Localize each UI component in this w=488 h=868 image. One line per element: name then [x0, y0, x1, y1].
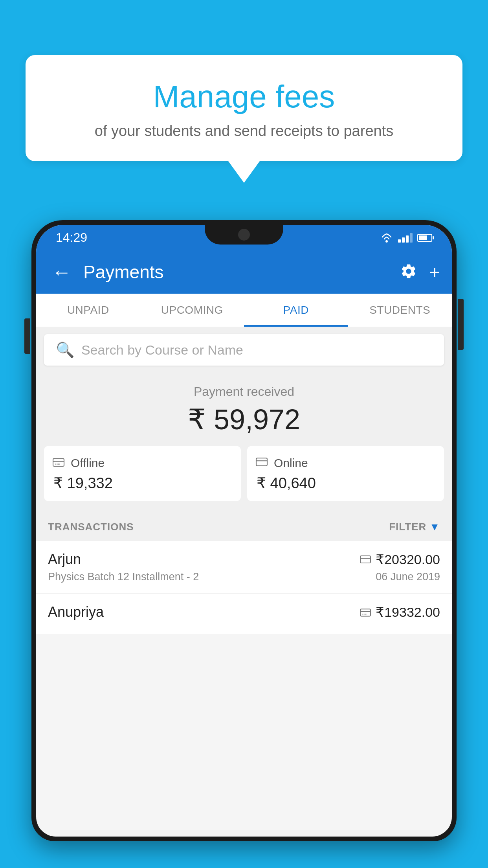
- phone-outer: 14:29: [31, 220, 457, 841]
- transaction-name-1: Arjun: [48, 551, 81, 568]
- tab-unpaid[interactable]: UNPAID: [36, 294, 140, 327]
- tabs-bar: UNPAID UPCOMING PAID STUDENTS: [36, 294, 452, 327]
- tab-students[interactable]: STUDENTS: [348, 294, 452, 327]
- tab-upcoming[interactable]: UPCOMING: [140, 294, 244, 327]
- status-icons: [380, 233, 432, 243]
- amount-value-2: ₹19332.00: [376, 604, 440, 620]
- app-bar-actions: +: [400, 261, 440, 283]
- search-input[interactable]: Search by Course or Name: [81, 342, 243, 358]
- tab-paid[interactable]: PAID: [244, 294, 348, 327]
- offline-card-header: Offline: [52, 455, 105, 471]
- gear-icon: [400, 263, 417, 280]
- phone-notch: [205, 225, 283, 245]
- search-icon: 🔍: [56, 341, 74, 359]
- settings-button[interactable]: [400, 263, 417, 281]
- card-payment-icon: [359, 554, 372, 565]
- app-bar: ← Payments +: [36, 250, 452, 294]
- transaction-date-1: 06 June 2019: [376, 571, 440, 583]
- filter-icon: ▼: [429, 521, 440, 533]
- offline-amount: ₹ 19,332: [52, 474, 113, 492]
- offline-payment-card: Offline ₹ 19,332: [44, 446, 241, 501]
- offline-payment-icon: [359, 607, 372, 617]
- search-container: 🔍 Search by Course or Name: [36, 327, 452, 373]
- add-button[interactable]: +: [429, 261, 440, 283]
- transaction-detail-row-1: Physics Batch 12 Installment - 2 06 June…: [48, 571, 440, 583]
- amount-value-1: ₹20320.00: [376, 552, 440, 567]
- status-time: 14:29: [56, 230, 87, 245]
- app-bar-title: Payments: [83, 261, 400, 283]
- speech-bubble: Manage fees of your students and send re…: [26, 55, 462, 161]
- payment-summary: Payment received ₹ 59,972: [36, 373, 452, 513]
- svg-point-0: [385, 240, 388, 243]
- transaction-amount-2: ₹19332.00: [359, 604, 440, 620]
- transaction-row-2: Anupriya ₹19332.00: [48, 604, 440, 620]
- filter-button[interactable]: FILTER ▼: [389, 521, 440, 533]
- table-row[interactable]: Arjun ₹20320.00 Physics Batch 12 Install…: [36, 541, 452, 594]
- svg-rect-7: [360, 556, 371, 563]
- speech-bubble-subtitle: of your students and send receipts to pa…: [57, 123, 431, 140]
- payment-cards: Offline ₹ 19,332: [44, 446, 444, 501]
- online-amount: ₹ 40,640: [255, 474, 316, 492]
- transaction-list: Arjun ₹20320.00 Physics Batch 12 Install…: [36, 541, 452, 634]
- transactions-label: TRANSACTIONS: [48, 521, 134, 533]
- transaction-detail-1: Physics Batch 12 Installment - 2: [48, 571, 199, 583]
- svg-rect-1: [53, 459, 64, 467]
- wifi-icon: [380, 233, 393, 243]
- filter-text: FILTER: [389, 521, 426, 533]
- speech-bubble-title: Manage fees: [57, 79, 431, 115]
- phone-screen: 14:29: [36, 225, 452, 837]
- battery-icon: [417, 234, 432, 242]
- speech-bubble-arrow: [228, 161, 260, 183]
- transaction-row-1: Arjun ₹20320.00: [48, 551, 440, 568]
- back-button[interactable]: ←: [48, 257, 75, 287]
- online-card-header: Online: [255, 455, 308, 471]
- speech-bubble-container: Manage fees of your students and send re…: [26, 55, 462, 183]
- signal-icon: [398, 233, 413, 243]
- payment-received-label: Payment received: [44, 384, 444, 399]
- online-icon: [255, 455, 268, 471]
- transaction-name-2: Anupriya: [48, 604, 104, 620]
- phone-container: 14:29: [31, 220, 457, 868]
- offline-icon: [52, 455, 65, 471]
- transactions-header: TRANSACTIONS FILTER ▼: [36, 513, 452, 541]
- svg-rect-9: [360, 609, 371, 616]
- payment-total-amount: ₹ 59,972: [44, 403, 444, 436]
- table-row[interactable]: Anupriya ₹19332.00: [36, 594, 452, 634]
- online-payment-card: Online ₹ 40,640: [247, 446, 444, 501]
- online-label: Online: [274, 456, 308, 470]
- svg-rect-5: [256, 458, 267, 466]
- offline-label: Offline: [71, 456, 105, 470]
- transaction-amount-1: ₹20320.00: [359, 552, 440, 567]
- search-bar[interactable]: 🔍 Search by Course or Name: [44, 334, 444, 366]
